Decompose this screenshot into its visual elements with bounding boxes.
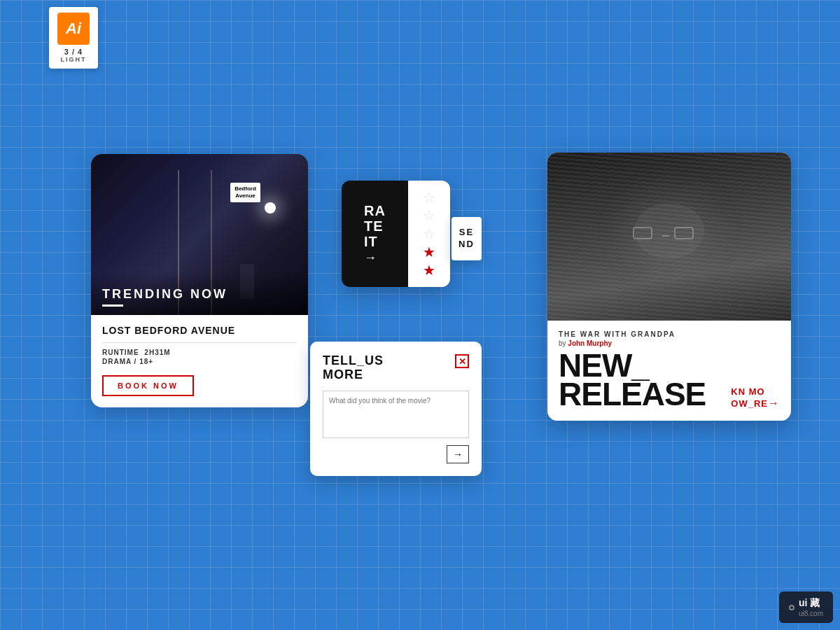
page-info: 3 / 4 <box>57 48 90 56</box>
feedback-textarea[interactable] <box>323 391 469 438</box>
rate-card: RA TE IT → ☆ ☆ ☆ ★ ★ <box>342 181 450 287</box>
star-1[interactable]: ☆ <box>423 190 435 204</box>
trending-card: Bedford Avenue TRENDING NOW LOST BEDFORD… <box>91 154 308 407</box>
subway-sign: Bedford Avenue <box>230 183 260 202</box>
release-author: by John Murphy <box>559 340 780 347</box>
watermark-content: ui 藏 ui8.com <box>799 597 823 617</box>
watermark-dot <box>789 605 794 610</box>
release-main: NEW_ RELEASE KN MO OW_RE→ <box>559 351 780 410</box>
glasses-left <box>633 227 652 239</box>
star-2[interactable]: ☆ <box>423 209 435 223</box>
mode-label: LIGHT <box>57 56 90 63</box>
star-3[interactable]: ☆ <box>423 227 435 241</box>
close-icon[interactable]: ✕ <box>455 354 469 368</box>
release-card: ▶ THE WAR WITH GRANDPA by John Murphy <box>547 153 791 421</box>
feedback-header: TELL_US MORE ✕ <box>323 354 469 382</box>
glasses-bridge <box>662 235 669 237</box>
book-now-button[interactable]: BOOK NOW <box>102 375 194 396</box>
know-more-line1: KN MO <box>731 387 764 397</box>
release-cta[interactable]: KN MO OW_RE→ <box>731 387 780 410</box>
release-subtitle: THE WAR WITH GRANDPA <box>559 330 780 338</box>
feedback-send-button[interactable]: → <box>447 445 469 463</box>
release-image: ▶ <box>547 153 791 321</box>
watermark-text: ui 藏 <box>799 597 823 610</box>
rate-black-panel: RA TE IT → <box>342 181 408 287</box>
trending-label: TRENDING NOW <box>102 287 297 302</box>
trending-underline <box>102 304 123 307</box>
movie-image: Bedford Avenue TRENDING NOW <box>91 154 308 315</box>
release-big-text: NEW_ RELEASE <box>559 351 706 410</box>
rate-label: RA TE IT → <box>364 203 386 265</box>
movie-divider <box>102 342 297 343</box>
ai-badge: Ai 3 / 4 LIGHT <box>49 7 98 69</box>
glasses-right <box>674 227 694 239</box>
ai-icon: Ai <box>57 13 90 45</box>
star-4[interactable]: ★ <box>423 245 435 259</box>
card-body: LOST BEDFORD AVENUE RUNTIME 2h31m DRAMA … <box>91 315 308 407</box>
feedback-send-row: → <box>323 445 469 463</box>
feedback-card: TELL_US MORE ✕ → <box>310 342 482 476</box>
know-more-line2: OW_RE→ <box>731 397 780 410</box>
runtime-meta: RUNTIME 2h31m <box>102 349 297 356</box>
author-link[interactable]: John Murphy <box>568 340 612 347</box>
rate-arrow-icon: → <box>364 251 386 265</box>
movie-overlay: TRENDING NOW <box>91 273 308 315</box>
watermark: ui 藏 ui8.com <box>779 592 833 623</box>
star-5[interactable]: ★ <box>423 263 435 277</box>
feedback-title: TELL_US MORE <box>323 354 384 382</box>
genre-meta: DRAMA / 18+ <box>102 358 297 365</box>
stars-panel[interactable]: ☆ ☆ ☆ ★ ★ <box>408 181 450 287</box>
movie-title: LOST BEDFORD AVENUE <box>102 325 297 337</box>
subway-light <box>265 202 276 214</box>
send-button[interactable]: SE ND <box>451 217 482 260</box>
watermark-sub: ui8.com <box>799 610 823 617</box>
release-body: THE WAR WITH GRANDPA by John Murphy NEW_… <box>547 321 791 421</box>
